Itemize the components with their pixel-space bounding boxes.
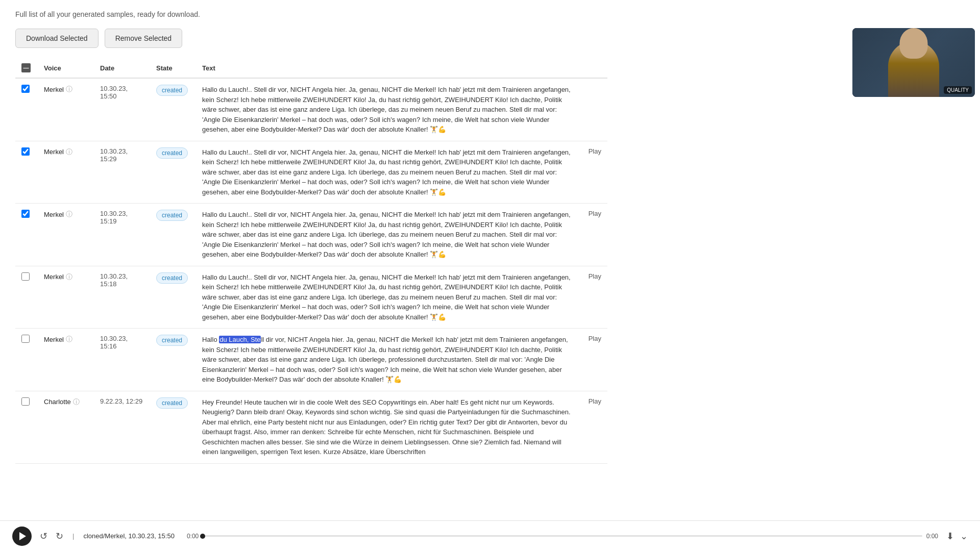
header-play	[577, 58, 607, 78]
play-cell: Play	[577, 391, 607, 463]
download-selected-button[interactable]: Download Selected	[15, 29, 99, 48]
voice-name: Merkel ⓘ	[44, 272, 88, 282]
info-icon[interactable]: ⓘ	[66, 272, 72, 282]
page-subtitle: Full list of all your generated samples,…	[15, 10, 607, 18]
table-row: Merkel ⓘ 10.30.23, 15:18createdHallo du …	[15, 266, 607, 329]
header-state: State	[150, 58, 196, 78]
date-cell: 9.22.23, 12:29	[94, 391, 150, 463]
status-badge: created	[156, 210, 188, 221]
row-checkbox[interactable]	[21, 210, 30, 218]
state-cell: created	[150, 266, 196, 329]
info-icon[interactable]: ⓘ	[66, 335, 72, 344]
state-cell: created	[150, 141, 196, 204]
play-row-button[interactable]: Play	[589, 210, 601, 217]
voice-name: Merkel ⓘ	[44, 85, 88, 94]
play-cell: Play	[577, 141, 607, 204]
table-row: Merkel ⓘ 10.30.23, 15:50createdHallo du …	[15, 78, 607, 141]
voice-name: Charlotte ⓘ	[44, 397, 88, 407]
info-icon[interactable]: ⓘ	[66, 210, 72, 219]
table-header-row: Voice Date State Text	[15, 58, 607, 78]
text-cell: Hallo du Lauch!.. Stell dir vor, NICHT A…	[196, 141, 577, 204]
voice-name: Merkel ⓘ	[44, 147, 88, 157]
date-cell: 10.30.23, 15:16	[94, 329, 150, 391]
date-cell: 10.30.23, 15:18	[94, 266, 150, 329]
play-row-button[interactable]: Play	[589, 397, 601, 405]
play-row-button[interactable]: Play	[589, 335, 601, 342]
voice-name: Merkel ⓘ	[44, 335, 88, 344]
info-icon[interactable]: ⓘ	[66, 147, 72, 157]
table-row: Merkel ⓘ 10.30.23, 15:16createdHallo du …	[15, 329, 607, 391]
text-cell: Hallo du Lauch!.. Stell dir vor, NICHT A…	[196, 78, 577, 141]
text-cell: Hey Freunde! Heute tauchen wir in die co…	[196, 391, 577, 463]
text-highlight: du Lauch, Ste	[219, 336, 261, 343]
play-cell: Play	[577, 204, 607, 266]
video-person: QUALITY	[852, 28, 975, 97]
samples-table: Voice Date State Text Merkel ⓘ 10.30.23,…	[15, 58, 607, 464]
header-text: Text	[196, 58, 577, 78]
table-row: Charlotte ⓘ 9.22.23, 12:29createdHey Fre…	[15, 391, 607, 463]
select-all-checkbox[interactable]	[21, 63, 31, 72]
date-cell: 10.30.23, 15:29	[94, 141, 150, 204]
header-date: Date	[94, 58, 150, 78]
voice-name: Merkel ⓘ	[44, 210, 88, 219]
text-cell: Hallo du Lauch, Stell dir vor, NICHT Ang…	[196, 329, 577, 391]
row-checkbox[interactable]	[21, 147, 30, 156]
date-cell: 10.30.23, 15:19	[94, 204, 150, 266]
status-badge: created	[156, 272, 188, 284]
status-badge: created	[156, 397, 188, 409]
header-voice: Voice	[38, 58, 94, 78]
play-row-button[interactable]: Play	[589, 147, 601, 155]
toolbar: Download Selected Remove Selected	[15, 29, 607, 48]
state-cell: created	[150, 391, 196, 463]
state-cell: created	[150, 204, 196, 266]
play-cell: Play	[577, 329, 607, 391]
info-icon[interactable]: ⓘ	[66, 85, 72, 94]
video-quality-badge: QUALITY	[944, 86, 972, 94]
date-cell: 10.30.23, 15:50	[94, 78, 150, 141]
state-cell: created	[150, 329, 196, 391]
play-cell: Play	[577, 266, 607, 329]
row-checkbox[interactable]	[21, 85, 30, 93]
header-check	[15, 58, 38, 78]
remove-selected-button[interactable]: Remove Selected	[105, 29, 183, 48]
row-checkbox[interactable]	[21, 272, 30, 281]
table-row: Merkel ⓘ 10.30.23, 15:29createdHallo du …	[15, 141, 607, 204]
state-cell: created	[150, 78, 196, 141]
text-cell: Hallo du Lauch!.. Stell dir vor, NICHT A…	[196, 266, 577, 329]
row-checkbox[interactable]	[21, 335, 30, 343]
status-badge: created	[156, 85, 188, 96]
status-badge: created	[156, 147, 188, 159]
play-cell	[577, 78, 607, 141]
text-cell: Hallo du Lauch!.. Stell dir vor, NICHT A…	[196, 204, 577, 266]
row-checkbox[interactable]	[21, 397, 30, 406]
play-row-button[interactable]: Play	[589, 272, 601, 280]
video-overlay: QUALITY	[852, 28, 975, 97]
status-badge: created	[156, 335, 188, 346]
info-icon[interactable]: ⓘ	[73, 397, 80, 407]
table-row: Merkel ⓘ 10.30.23, 15:19createdHallo du …	[15, 204, 607, 266]
